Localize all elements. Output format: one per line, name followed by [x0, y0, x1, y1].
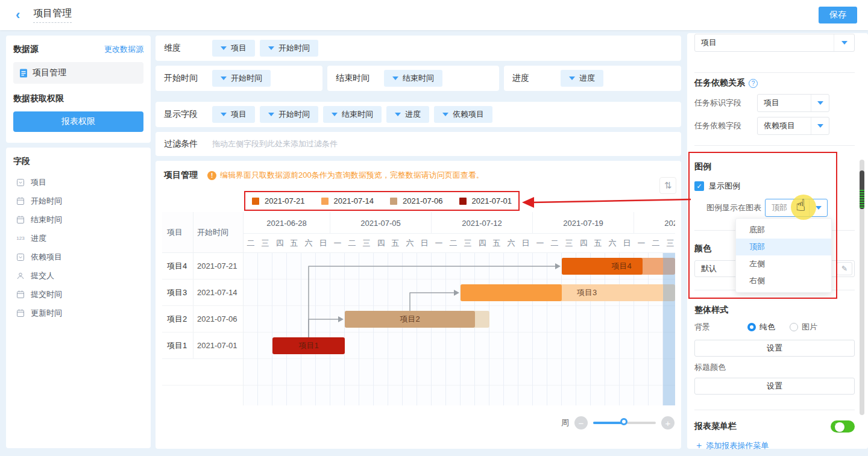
progress-chip[interactable]: 进度	[561, 70, 603, 87]
field-item[interactable]: 123进度	[13, 229, 143, 248]
task-start-cell: 2021-07-01	[193, 333, 244, 358]
task-name-cell: 项目4	[162, 253, 193, 279]
settings-panel: 项目 任务依赖关系 ? 任务标识字段 项目 任务依赖字段 依赖项目 图例 ✓ 显…	[687, 33, 868, 449]
legend-item[interactable]: 2021-07-06	[390, 196, 443, 205]
legend-position-dropdown: 底部顶部左侧右侧	[735, 218, 832, 293]
sort-icon[interactable]: ⇅	[659, 177, 676, 194]
legend-item[interactable]: 2021-07-21	[252, 196, 305, 205]
field-item-label: 提交人	[31, 270, 54, 281]
table-row[interactable]: 项目42021-07-21	[162, 253, 243, 280]
report-permission-button[interactable]: 报表权限	[13, 111, 143, 132]
chip-label: 开始时间	[278, 43, 310, 54]
gantt-day-header: 二三四五六日一二三四五六日一二三四五六日一二三四五六日一二三	[244, 234, 675, 253]
add-menu-link[interactable]: ＋ 添加报表操作菜单	[694, 440, 855, 451]
dropdown-option[interactable]: 左侧	[736, 255, 831, 272]
datasource-item-label: 项目管理	[33, 67, 66, 78]
chevron-down-icon	[811, 117, 829, 134]
show-legend-checkbox[interactable]: ✓	[694, 181, 704, 191]
field-item-label: 更新时间	[31, 308, 62, 319]
person-icon	[16, 272, 25, 280]
chevron-down-icon	[442, 113, 448, 116]
panel-scrollbar-thumb[interactable]	[860, 170, 864, 209]
display-field-chip[interactable]: 进度	[386, 106, 429, 123]
day-header-cell: 二	[649, 234, 663, 252]
top-bar: ‹ 项目管理 保存	[0, 0, 868, 30]
field-item[interactable]: 更新时间	[13, 304, 143, 322]
field-item[interactable]: 提交时间	[13, 285, 143, 304]
table-row[interactable]: 项目22021-07-06	[162, 306, 243, 333]
filter-label: 过滤条件	[164, 139, 212, 149]
zoom-out-icon[interactable]: −	[574, 416, 588, 429]
legend-item[interactable]: 2021-07-14	[321, 196, 374, 205]
table-row[interactable]: 项目12021-07-01	[162, 333, 243, 359]
chip-label: 依赖项目	[453, 109, 484, 120]
chart-type-select[interactable]: 项目	[694, 34, 855, 52]
field-item[interactable]: 提交人	[13, 266, 143, 285]
title-color-set-button[interactable]: 设置	[694, 378, 855, 395]
dropdown-option[interactable]: 右侧	[736, 272, 831, 289]
week-header-cell: 2021-07-26	[634, 212, 675, 234]
date-icon	[16, 309, 25, 317]
datasource-item[interactable]: 项目管理	[13, 62, 143, 84]
edit-icon[interactable]: ✎	[837, 262, 852, 275]
day-header-cell: 一	[432, 234, 446, 252]
help-icon[interactable]: ?	[749, 79, 758, 88]
task-start-cell: 2021-07-06	[193, 306, 244, 332]
field-item[interactable]: 依赖项目	[13, 248, 143, 266]
gantt-week-header: 2021-06-282021-07-052021-07-122021-07-19…	[244, 212, 675, 234]
dropdown-option[interactable]: 底部	[736, 222, 831, 239]
zoom-in-icon[interactable]: +	[661, 416, 675, 429]
chip-label: 开始时间	[278, 109, 310, 120]
task-dep-select[interactable]: 依赖项目	[757, 117, 829, 135]
dependency-title: 任务依赖关系	[694, 78, 745, 89]
back-icon[interactable]: ‹	[16, 8, 20, 22]
dimension-chip[interactable]: 开始时间	[260, 40, 318, 57]
menu-bar-toggle[interactable]: 开	[831, 420, 855, 433]
display-field-chip[interactable]: 结束时间	[323, 106, 382, 123]
save-button[interactable]: 保存	[819, 7, 857, 23]
display-field-chip[interactable]: 项目	[212, 106, 255, 123]
field-item[interactable]: 项目	[13, 173, 143, 192]
dimension-row: 维度 项目开始时间	[156, 36, 681, 61]
week-header-cell: 2021-06-28	[244, 212, 330, 234]
field-item[interactable]: 开始时间	[13, 192, 143, 210]
table-row[interactable]: 项目32021-07-14	[162, 280, 243, 306]
gantt-col-header: 开始时间	[193, 212, 244, 252]
radio-image[interactable]	[790, 323, 798, 331]
task-id-select[interactable]: 项目	[757, 94, 829, 112]
end-time-chip[interactable]: 结束时间	[384, 70, 442, 87]
zoom-slider[interactable]	[593, 422, 656, 424]
zoom-slider-handle[interactable]	[620, 418, 627, 425]
progress-row: 进度 进度	[504, 66, 681, 91]
panel-scrollbar[interactable]	[860, 160, 864, 415]
display-field-chip[interactable]: 依赖项目	[434, 106, 492, 123]
page-title-wrap[interactable]: 项目管理	[33, 7, 72, 23]
change-datasource-link[interactable]: 更改数据源	[104, 44, 143, 55]
dimension-chip[interactable]: 项目	[212, 40, 255, 57]
fields-title: 字段	[13, 156, 143, 167]
legend-item[interactable]: 2021-07-01	[459, 196, 512, 205]
start-time-chip[interactable]: 开始时间	[212, 70, 271, 87]
main-area: 维度 项目开始时间 开始时间 开始时间 结束时间 结束时间 进度 进度 显示字段…	[156, 36, 681, 449]
dimension-label: 维度	[164, 43, 212, 54]
background-set-button[interactable]: 设置	[694, 340, 855, 357]
number-icon: 123	[16, 236, 25, 241]
dropdown-option[interactable]: 顶部	[736, 239, 831, 255]
field-item[interactable]: 结束时间	[13, 210, 143, 229]
toggle-knob	[835, 422, 844, 432]
field-item-label: 进度	[31, 233, 46, 244]
display-field-chip[interactable]: 开始时间	[260, 106, 318, 123]
legend-position-select[interactable]: 顶部	[765, 199, 828, 217]
radio-solid-color[interactable]	[747, 323, 756, 331]
gantt-timeline: 2021-06-282021-07-052021-07-122021-07-19…	[244, 212, 675, 405]
chip-label: 进度	[405, 109, 421, 120]
chevron-down-icon	[811, 95, 829, 111]
filter-row[interactable]: 过滤条件 拖动左侧字段到此处来添加过滤条件	[156, 132, 681, 156]
chevron-down-icon	[221, 77, 227, 80]
day-header-cell: 日	[518, 234, 533, 252]
legend-swatch	[252, 198, 259, 205]
gantt-chart: 项目开始时间 项目42021-07-21项目32021-07-14项目22021…	[162, 212, 675, 405]
datasource-title: 数据源	[13, 44, 39, 55]
day-header-cell: 五	[591, 234, 605, 252]
date-icon	[16, 197, 25, 205]
